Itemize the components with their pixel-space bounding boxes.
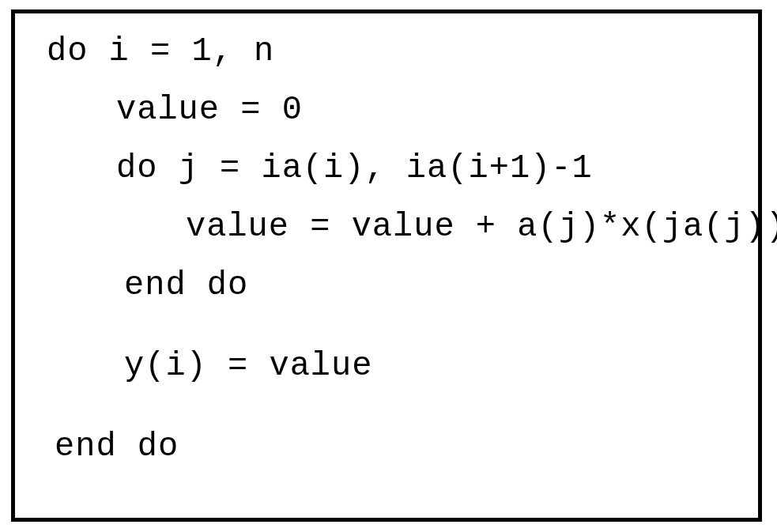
code-line-6: y(i) = value bbox=[47, 347, 726, 385]
code-line-1: do i = 1, n bbox=[47, 32, 726, 70]
code-line-7: end do bbox=[47, 428, 726, 466]
code-line-2: value = 0 bbox=[47, 91, 726, 129]
code-line-4: value = value + a(j)*x(ja(j)) bbox=[47, 208, 726, 246]
code-line-5: end do bbox=[47, 266, 726, 304]
code-block: do i = 1, n value = 0 do j = ia(i), ia(i… bbox=[11, 9, 762, 522]
code-line-3: do j = ia(i), ia(i+1)-1 bbox=[47, 149, 726, 187]
